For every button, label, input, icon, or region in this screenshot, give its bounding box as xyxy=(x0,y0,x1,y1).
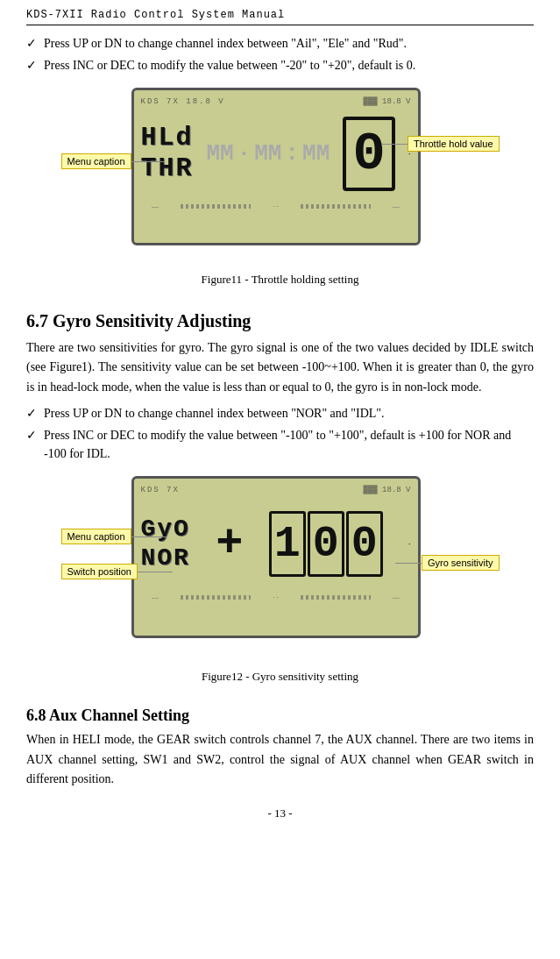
lcd-value-11: 0 xyxy=(353,123,386,185)
section-67-bullets: Press UP or DN to change channel index b… xyxy=(26,404,534,463)
section-68-heading: 6.8 Aux Channel Setting xyxy=(26,707,534,725)
figure-11-wrapper: KDS 7X 18.8 V ▓▓▓ 18.8 V HLd THR MM · MM xyxy=(26,83,534,299)
bullet-67-2: Press INC or DEC to modify the value bet… xyxy=(26,426,534,463)
bullet-67-1: Press UP or DN to change channel index b… xyxy=(26,404,534,423)
section-67-heading: 6.7 Gyro Sensitivity Adjusting xyxy=(26,311,534,331)
intro-bullets: Press UP or DN to change channel index b… xyxy=(26,34,534,75)
section-67-body: There are two sensitivities for gyro. Th… xyxy=(26,338,534,397)
lcd-line2-12: NOR xyxy=(141,545,190,572)
lcd-battery-icon-11: ▓▓▓ 18.8 V xyxy=(363,97,410,106)
menu-caption-label-11: Menu caption xyxy=(61,153,131,169)
figure-12-wrapper: KDS 7X ▓▓▓ 18.8 V GyO NOR + 1 0 0 xyxy=(26,472,534,696)
lcd-line1-12: GyO xyxy=(141,516,190,543)
bullet-2: Press INC or DEC to modify the value bet… xyxy=(26,56,534,75)
lcd-brand-11: KDS 7X 18.8 V xyxy=(141,97,225,106)
lcd-line1-11: HLd xyxy=(141,124,194,153)
lcd-battery-icon-12: ▓▓▓ 18.8 V xyxy=(363,486,410,494)
bullet-1: Press UP or DN to change channel index b… xyxy=(26,34,534,53)
figure-11-lcd: KDS 7X 18.8 V ▓▓▓ 18.8 V HLd THR MM · MM xyxy=(131,88,421,245)
page-number: - 13 - xyxy=(26,806,534,820)
throttle-hold-label: Throttle hold value xyxy=(408,136,500,152)
switch-position-label: Switch position xyxy=(61,564,138,579)
lcd-cross-12: + xyxy=(216,518,243,570)
figure-12-lcd: KDS 7X ▓▓▓ 18.8 V GyO NOR + 1 0 0 xyxy=(131,476,421,638)
lcd-brand-12: KDS 7X xyxy=(141,486,180,494)
menu-caption-label-12: Menu caption xyxy=(61,529,131,544)
figure-12-caption: Figure12 - Gyro sensitivity setting xyxy=(202,670,358,684)
lcd-value-12: 1 0 0 xyxy=(269,511,383,577)
figure-11-area: KDS 7X 18.8 V ▓▓▓ 18.8 V HLd THR MM · MM xyxy=(61,83,500,267)
page-title: KDS-7XII Radio Control System Manual xyxy=(26,9,534,25)
lcd-line2-11: THR xyxy=(141,154,194,183)
section-68-body: When in HELI mode, the GEAR switch contr… xyxy=(26,730,534,789)
figure-11-caption: Figure11 - Throttle holding setting xyxy=(202,273,359,287)
gyro-sensitivity-label: Gyro sensitivity xyxy=(422,555,500,571)
figure-12-area: KDS 7X ▓▓▓ 18.8 V GyO NOR + 1 0 0 xyxy=(61,472,500,664)
